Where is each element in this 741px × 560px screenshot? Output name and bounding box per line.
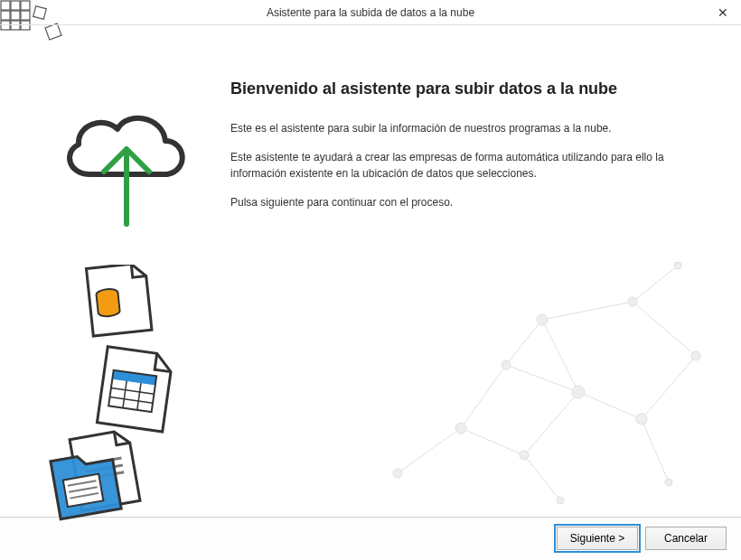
page-description: Este es el asistente para subir la infor… [230,120,705,210]
para-2: Este asistente te ayudará a crear las em… [230,149,705,182]
page-heading: Bienvenido al asistente para subir datos… [230,79,705,98]
para-3: Pulsa siguiente para continuar con el pr… [230,194,705,210]
left-illustration-panel [0,25,212,517]
close-icon[interactable]: ✕ [712,4,734,22]
svg-rect-22 [63,474,104,507]
wizard-body: Bienvenido al asistente para subir datos… [212,25,741,517]
cancel-button[interactable]: Cancelar [645,527,727,550]
window-title: Asistente para la subida de datos a la n… [267,6,474,19]
cloud-upload-icon [50,107,203,233]
documents-stack-icon [41,265,203,536]
para-1: Este es el asistente para subir la infor… [230,120,705,136]
titlebar: Asistente para la subida de datos a la n… [0,0,741,25]
next-button[interactable]: Siguiente > [557,527,638,550]
